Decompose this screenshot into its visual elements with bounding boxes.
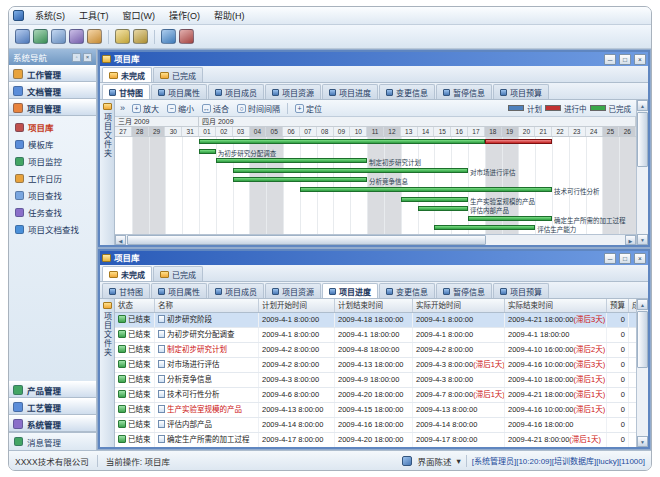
tab-unfinished[interactable]: 未完成: [102, 67, 152, 82]
sidebar-group-4[interactable]: 产品管理: [9, 381, 96, 398]
sidebar-group-3[interactable]: 项目管理: [9, 99, 96, 116]
tab-unfinished[interactable]: 未完成: [102, 266, 152, 281]
time-interval-button[interactable]: ○时间间隔: [234, 102, 283, 115]
maximize-button[interactable]: □: [619, 253, 631, 264]
gantt-bar[interactable]: [418, 206, 468, 211]
view-tab-3[interactable]: 项目成员: [208, 84, 264, 99]
sidebar-group-5[interactable]: 工艺管理: [9, 398, 96, 415]
sidebar-item[interactable]: 工作日历: [11, 170, 94, 186]
view-tab-4[interactable]: 项目资源: [265, 283, 321, 298]
column-header-8[interactable]: 成...: [629, 299, 636, 312]
scroll-thumb[interactable]: [127, 235, 486, 245]
folder-strip-tab[interactable]: 项目文件夹: [100, 299, 115, 447]
gantt-bar[interactable]: [199, 149, 216, 154]
column-header-6[interactable]: 实际结束时间: [505, 299, 607, 312]
sidebar-group-1[interactable]: 工作管理: [9, 65, 96, 82]
chart-icon[interactable]: [69, 29, 84, 44]
zoom-in-button[interactable]: +放大: [129, 102, 162, 115]
sidebar-item[interactable]: 项目查找: [11, 187, 94, 203]
gantt-bar[interactable]: [434, 225, 535, 230]
table-row[interactable]: 已结束初步研究阶段2009-4-1 8:00:002009-4-18 18:00…: [115, 313, 636, 328]
view-tab-5[interactable]: 项目进度: [322, 84, 378, 99]
dropdown-caret-icon[interactable]: ▾: [456, 456, 460, 466]
view-tab-2[interactable]: 项目属性: [151, 84, 207, 99]
window-icon[interactable]: [51, 29, 66, 44]
table-row[interactable]: 已结束生产实验室规模的产品2009-4-13 8:00:002009-4-15 …: [115, 403, 636, 418]
view-tab-2[interactable]: 项目属性: [151, 283, 207, 298]
table-row[interactable]: 已结束技术可行性分析2009-4-6 8:00:002009-4-20 18:0…: [115, 388, 636, 403]
lock-icon[interactable]: [115, 29, 130, 44]
child-titlebar[interactable]: 项目库─□×: [100, 52, 648, 66]
view-tab-1[interactable]: 甘特图: [102, 84, 150, 99]
child-titlebar[interactable]: 项目库─□×: [100, 251, 648, 265]
view-tab-3[interactable]: 项目成员: [208, 283, 264, 298]
view-tab-8[interactable]: 项目预算: [493, 283, 549, 298]
gantt-bar[interactable]: [468, 216, 552, 221]
toolbar-overflow-icon[interactable]: »: [118, 103, 127, 113]
sidebar-tab-messages[interactable]: 消息管理: [9, 432, 96, 450]
tab-finished[interactable]: 已完成: [153, 266, 203, 281]
gantt-bar[interactable]: [485, 139, 552, 144]
exit-icon[interactable]: [179, 29, 194, 44]
table-row[interactable]: 已结束评估内部产品2009-4-14 8:00:002009-4-16 18:0…: [115, 418, 636, 433]
column-header-7[interactable]: 预算: [607, 299, 629, 312]
scroll-down-icon[interactable]: ▼: [637, 234, 648, 245]
menu-item-5[interactable]: 帮助(H): [207, 8, 252, 23]
folder-strip-tab[interactable]: 项目文件夹: [100, 100, 115, 245]
gantt-bar[interactable]: [233, 177, 367, 182]
scroll-up-icon[interactable]: ▲: [637, 299, 648, 310]
view-tab-7[interactable]: 暂停信息: [436, 283, 492, 298]
tab-finished[interactable]: 已完成: [153, 67, 203, 82]
sidebar-item[interactable]: 任务查找: [11, 204, 94, 220]
scroll-left-icon[interactable]: ◀: [115, 235, 126, 245]
sidebar-item[interactable]: 项目监控: [11, 153, 94, 169]
table-row[interactable]: 已结束为初步研究分配调查2009-4-1 8:00:002009-4-1 18:…: [115, 328, 636, 343]
scroll-down-icon[interactable]: ▼: [637, 436, 648, 447]
table-row[interactable]: 已结束制定初步研究计划2009-4-2 8:00:002009-4-8 18:0…: [115, 343, 636, 358]
close-button[interactable]: ×: [634, 54, 646, 65]
view-tab-6[interactable]: 变更信息: [379, 283, 435, 298]
close-button[interactable]: ×: [634, 253, 646, 264]
column-header-1[interactable]: 状态: [115, 299, 155, 312]
menu-item-4[interactable]: 操作(O): [162, 8, 207, 23]
sidebar-item[interactable]: 模板库: [11, 136, 94, 152]
menu-item-1[interactable]: 系统(S): [28, 8, 72, 23]
locate-button[interactable]: +定位: [292, 102, 325, 115]
view-tab-6[interactable]: 变更信息: [379, 84, 435, 99]
scroll-right-icon[interactable]: ▶: [625, 235, 636, 245]
sidebar-group-2[interactable]: 文档管理: [9, 82, 96, 99]
computer-icon[interactable]: [15, 29, 30, 44]
gantt-bar[interactable]: [300, 187, 552, 192]
key-icon[interactable]: [133, 29, 148, 44]
gantt-bar[interactable]: [401, 197, 468, 202]
table-row[interactable]: 已结束分析竞争信息2009-4-3 8:00:002009-4-9 18:00:…: [115, 373, 636, 388]
sidebar-item[interactable]: 项目库: [11, 119, 94, 135]
sidebar-group-6[interactable]: 系统管理: [9, 415, 96, 432]
gantt-bar[interactable]: [216, 158, 367, 163]
minimize-button[interactable]: ─: [604, 253, 616, 264]
tools-icon[interactable]: [33, 29, 48, 44]
view-tab-8[interactable]: 项目预算: [493, 84, 549, 99]
menu-item-2[interactable]: 工具(T): [72, 8, 116, 23]
scroll-thumb[interactable]: [637, 112, 648, 167]
sidebar-item[interactable]: 项目文档查找: [11, 221, 94, 237]
scroll-thumb[interactable]: [637, 311, 648, 368]
maximize-button[interactable]: □: [619, 54, 631, 65]
view-tab-5[interactable]: 项目进度: [322, 283, 378, 298]
scroll-up-icon[interactable]: ▲: [637, 100, 648, 111]
vertical-scrollbar[interactable]: ▲▼: [636, 299, 648, 447]
menu-item-3[interactable]: 窗口(W): [116, 8, 163, 23]
fit-button[interactable]: ↔适合: [199, 102, 232, 115]
zoom-out-button[interactable]: −缩小: [164, 102, 197, 115]
star-icon[interactable]: [87, 29, 102, 44]
pin-icon[interactable]: ◦: [72, 53, 81, 62]
table-row[interactable]: 已结束对市场进行评估2009-4-2 8:00:002009-4-13 18:0…: [115, 358, 636, 373]
view-tab-4[interactable]: 项目资源: [265, 84, 321, 99]
close-icon[interactable]: ×: [83, 53, 92, 62]
gantt-bar[interactable]: [233, 168, 468, 173]
style-label[interactable]: 界面陈述: [417, 455, 451, 467]
gantt-bar[interactable]: [199, 139, 485, 144]
table-row[interactable]: 已结束确定生产所需的加工过程2009-4-17 8:00:002009-4-20…: [115, 433, 636, 447]
view-tab-7[interactable]: 暂停信息: [436, 84, 492, 99]
view-tab-1[interactable]: 甘特图: [102, 283, 150, 298]
